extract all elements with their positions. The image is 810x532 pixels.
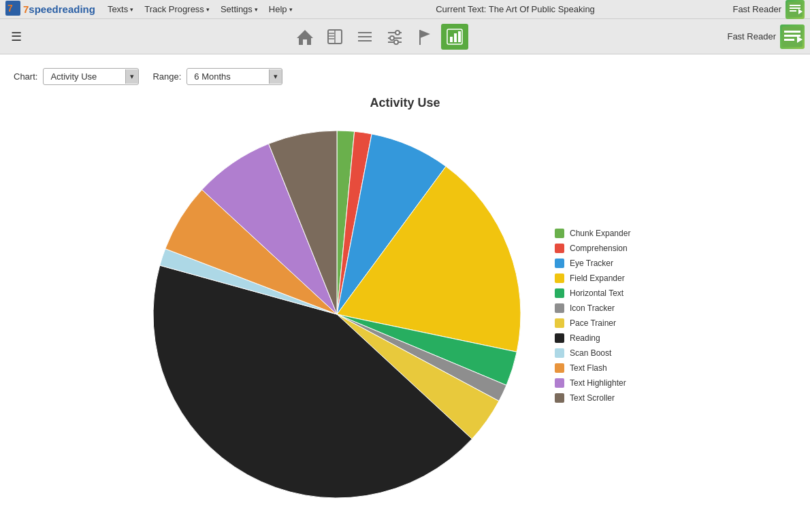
chart-dropdown[interactable]: Activity Use ▾ <box>43 68 139 85</box>
logo-icon: 7 <box>5 1 20 16</box>
range-dropdown-arrow[interactable]: ▾ <box>269 69 282 84</box>
legend-item-field-expander: Field Expander <box>555 273 664 283</box>
legend-color-chunk-expander <box>555 229 564 238</box>
legend-item-text-scroller: Text Scroller <box>555 393 664 403</box>
range-dropdown[interactable]: 6 Months ▾ <box>187 68 282 85</box>
current-text-label: Current Text: The Art Of Public Speaking <box>298 4 733 14</box>
chart-controls: Chart: Activity Use ▾ Range: 6 Months ▾ <box>14 68 796 85</box>
settings-arrow-icon: ▾ <box>255 6 258 13</box>
chart-selector-group: Chart: Activity Use ▾ <box>14 68 139 85</box>
flag-button[interactable] <box>411 24 438 50</box>
legend-item-eye-tracker: Eye Tracker <box>555 259 664 268</box>
legend-label-chunk-expander: Chunk Expander <box>570 229 630 238</box>
pie-chart-svg <box>146 124 528 505</box>
nav-track-progress[interactable]: Track Progress ▾ <box>139 0 215 18</box>
legend-item-chunk-expander: Chunk Expander <box>555 229 664 238</box>
svg-rect-3 <box>790 5 800 6</box>
legend-label-horizontal-text: Horizontal Text <box>570 288 623 298</box>
svg-rect-25 <box>450 37 453 42</box>
toolbar-right: Fast Reader <box>727 24 805 49</box>
legend-item-text-highlighter: Text Highlighter <box>555 378 664 388</box>
legend-color-icon-tracker <box>555 303 564 313</box>
chart-button[interactable] <box>441 24 468 50</box>
svg-point-17 <box>395 31 400 35</box>
svg-rect-26 <box>454 33 457 42</box>
home-button[interactable] <box>291 24 319 50</box>
legend-color-text-scroller <box>555 393 564 403</box>
top-nav-bar: 7 7speedreading Texts ▾ Track Progress ▾… <box>0 0 810 19</box>
legend-label-reading: Reading <box>570 333 600 343</box>
home-icon <box>295 27 314 46</box>
adjust-icon <box>385 27 404 46</box>
svg-rect-4 <box>790 7 800 9</box>
chart-area: Chunk ExpanderComprehensionEye TrackerFi… <box>14 124 796 507</box>
legend-item-reading: Reading <box>555 333 664 343</box>
svg-rect-29 <box>784 31 800 33</box>
svg-text:7: 7 <box>7 3 13 14</box>
svg-marker-7 <box>297 30 313 45</box>
legend-color-field-expander <box>555 273 564 283</box>
nav-texts[interactable]: Texts ▾ <box>102 0 139 18</box>
legend-item-pace-trainer: Pace Trainer <box>555 318 664 328</box>
fast-reader-toolbar-label: Fast Reader <box>727 31 776 41</box>
list-button[interactable] <box>351 24 378 50</box>
legend-color-text-highlighter <box>555 378 564 388</box>
book-button[interactable] <box>321 24 349 50</box>
legend-item-text-flash: Text Flash <box>555 363 664 373</box>
legend-item-scan-boost: Scan Boost <box>555 348 664 358</box>
legend-item-icon-tracker: Icon Tracker <box>555 303 664 313</box>
legend-label-pace-trainer: Pace Trainer <box>570 318 616 328</box>
main-content: Chart: Activity Use ▾ Range: 6 Months ▾ … <box>0 54 810 532</box>
chart-title: Activity Use <box>14 96 796 110</box>
pie-chart <box>146 124 528 507</box>
adjust-button[interactable] <box>381 24 408 50</box>
toolbar: ☰ <box>0 19 810 54</box>
chart-label: Chart: <box>14 71 37 82</box>
logo-speedreading: speedreading <box>29 3 95 15</box>
chart-legend: Chunk ExpanderComprehensionEye TrackerFi… <box>555 229 664 403</box>
legend-label-field-expander: Field Expander <box>570 273 625 283</box>
legend-color-reading <box>555 333 564 343</box>
nav-help[interactable]: Help ▾ <box>263 0 298 18</box>
legend-color-pace-trainer <box>555 318 564 328</box>
legend-color-horizontal-text <box>555 288 564 298</box>
legend-color-scan-boost <box>555 348 564 358</box>
range-selector-group: Range: 6 Months ▾ <box>152 68 282 85</box>
svg-marker-23 <box>420 30 430 38</box>
legend-label-comprehension: Comprehension <box>570 244 628 253</box>
legend-label-icon-tracker: Icon Tracker <box>570 303 615 313</box>
list-icon <box>355 27 374 46</box>
range-label: Range: <box>152 71 181 82</box>
logo: 7 7speedreading <box>5 1 95 18</box>
hamburger-button[interactable]: ☰ <box>5 27 27 47</box>
range-dropdown-value: 6 Months <box>187 69 269 84</box>
legend-label-eye-tracker: Eye Tracker <box>570 259 613 268</box>
flag-icon <box>415 27 434 46</box>
svg-point-21 <box>394 40 398 44</box>
book-icon <box>325 27 344 46</box>
svg-rect-2 <box>788 2 803 17</box>
chart-dropdown-arrow[interactable]: ▾ <box>125 69 138 84</box>
legend-label-text-flash: Text Flash <box>570 363 607 373</box>
legend-color-comprehension <box>555 244 564 253</box>
legend-color-eye-tracker <box>555 259 564 268</box>
legend-item-horizontal-text: Horizontal Text <box>555 288 664 298</box>
svg-rect-5 <box>790 10 796 12</box>
legend-label-text-highlighter: Text Highlighter <box>570 378 626 388</box>
legend-label-scan-boost: Scan Boost <box>570 348 611 358</box>
help-arrow-icon: ▾ <box>289 6 293 13</box>
fast-reader-area: Fast Reader <box>732 0 805 19</box>
track-progress-arrow-icon: ▾ <box>206 6 210 13</box>
chart-icon <box>445 27 464 46</box>
toolbar-icons <box>33 24 727 50</box>
svg-rect-31 <box>784 39 794 41</box>
fast-reader-label: Fast Reader <box>732 4 781 14</box>
svg-point-19 <box>390 36 394 40</box>
chart-dropdown-value: Activity Use <box>44 69 125 84</box>
svg-rect-27 <box>458 31 461 42</box>
legend-label-text-scroller: Text Scroller <box>570 393 615 403</box>
fast-reader-icon <box>785 0 805 19</box>
avatar-icon <box>780 24 805 49</box>
nav-settings[interactable]: Settings ▾ <box>215 0 263 18</box>
texts-arrow-icon: ▾ <box>130 6 133 13</box>
